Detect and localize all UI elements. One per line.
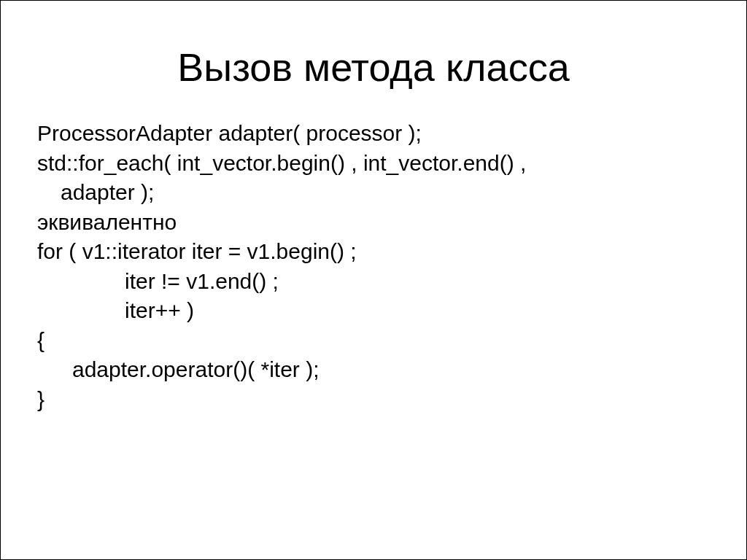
code-line: iter++ ): [37, 296, 710, 326]
code-line: iter != v1.end() ;: [37, 267, 710, 297]
code-line: {: [37, 326, 710, 356]
slide-title: Вызов метода класса: [37, 44, 710, 90]
code-line: adapter.operator()( *iter );: [37, 355, 710, 385]
code-line: std::for_each( int_vector.begin() , int_…: [37, 149, 710, 179]
code-line: adapter );: [37, 178, 710, 208]
slide-body: ProcessorAdapter adapter( processor ); s…: [37, 119, 710, 414]
code-line: }: [37, 385, 710, 415]
code-line: эквивалентно: [37, 208, 710, 238]
code-line: ProcessorAdapter adapter( processor );: [37, 119, 710, 149]
code-line: for ( v1::iterator iter = v1.begin() ;: [37, 237, 710, 267]
